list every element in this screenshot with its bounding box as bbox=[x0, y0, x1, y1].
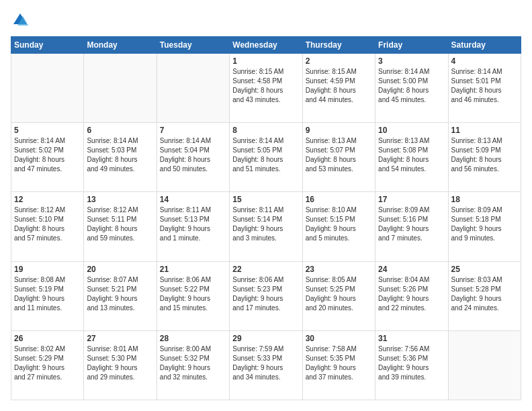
day-number: 30 bbox=[306, 334, 372, 343]
day-number: 15 bbox=[232, 195, 299, 204]
calendar-cell: 3Sunrise: 8:14 AM Sunset: 5:00 PM Daylig… bbox=[375, 54, 448, 123]
calendar-cell: 1Sunrise: 8:15 AM Sunset: 4:58 PM Daylig… bbox=[230, 54, 302, 123]
calendar-day-header: Wednesday bbox=[230, 37, 302, 54]
calendar-cell: 4Sunrise: 8:14 AM Sunset: 5:01 PM Daylig… bbox=[448, 54, 521, 123]
day-info: Sunrise: 8:10 AM Sunset: 5:15 PM Dayligh… bbox=[306, 205, 372, 243]
calendar-cell: 11Sunrise: 8:13 AM Sunset: 5:09 PM Dayli… bbox=[448, 123, 521, 192]
day-info: Sunrise: 8:13 AM Sunset: 5:08 PM Dayligh… bbox=[378, 136, 445, 174]
day-number: 18 bbox=[451, 195, 518, 204]
day-info: Sunrise: 8:07 AM Sunset: 5:21 PM Dayligh… bbox=[87, 275, 153, 313]
day-number: 9 bbox=[306, 126, 372, 135]
day-info: Sunrise: 8:14 AM Sunset: 5:05 PM Dayligh… bbox=[232, 136, 299, 174]
calendar-cell bbox=[84, 54, 157, 123]
day-number: 3 bbox=[378, 56, 445, 66]
logo bbox=[11, 11, 32, 30]
calendar-cell: 24Sunrise: 8:04 AM Sunset: 5:26 PM Dayli… bbox=[375, 261, 448, 330]
calendar-day-header: Saturday bbox=[448, 37, 521, 54]
day-number: 2 bbox=[306, 56, 372, 66]
day-info: Sunrise: 8:14 AM Sunset: 5:03 PM Dayligh… bbox=[87, 136, 153, 174]
calendar-day-header: Tuesday bbox=[157, 37, 229, 54]
calendar-cell: 28Sunrise: 8:00 AM Sunset: 5:32 PM Dayli… bbox=[157, 330, 229, 400]
calendar-cell: 6Sunrise: 8:14 AM Sunset: 5:03 PM Daylig… bbox=[84, 123, 157, 192]
day-info: Sunrise: 8:04 AM Sunset: 5:26 PM Dayligh… bbox=[378, 275, 445, 313]
calendar-cell bbox=[448, 330, 521, 400]
day-number: 26 bbox=[14, 334, 81, 343]
day-info: Sunrise: 8:00 AM Sunset: 5:32 PM Dayligh… bbox=[160, 345, 226, 382]
calendar-cell: 26Sunrise: 8:02 AM Sunset: 5:29 PM Dayli… bbox=[11, 330, 84, 400]
day-number: 14 bbox=[160, 195, 226, 204]
day-number: 10 bbox=[378, 126, 445, 135]
day-number: 11 bbox=[451, 126, 518, 135]
day-info: Sunrise: 8:14 AM Sunset: 5:02 PM Dayligh… bbox=[14, 136, 81, 174]
day-number: 6 bbox=[87, 126, 153, 135]
calendar-cell: 2Sunrise: 8:15 AM Sunset: 4:59 PM Daylig… bbox=[302, 54, 375, 123]
calendar-day-header: Sunday bbox=[11, 37, 84, 54]
calendar-day-header: Monday bbox=[84, 37, 157, 54]
day-info: Sunrise: 8:01 AM Sunset: 5:30 PM Dayligh… bbox=[87, 345, 153, 382]
day-number: 31 bbox=[378, 334, 445, 343]
calendar-header-row: SundayMondayTuesdayWednesdayThursdayFrid… bbox=[11, 37, 521, 54]
day-info: Sunrise: 8:12 AM Sunset: 5:10 PM Dayligh… bbox=[14, 205, 81, 243]
calendar-cell: 30Sunrise: 7:58 AM Sunset: 5:35 PM Dayli… bbox=[302, 330, 375, 400]
calendar-cell: 22Sunrise: 8:06 AM Sunset: 5:23 PM Dayli… bbox=[230, 261, 302, 330]
calendar-cell: 25Sunrise: 8:03 AM Sunset: 5:28 PM Dayli… bbox=[448, 261, 521, 330]
day-number: 7 bbox=[160, 126, 226, 135]
calendar-cell: 5Sunrise: 8:14 AM Sunset: 5:02 PM Daylig… bbox=[11, 123, 84, 192]
day-info: Sunrise: 8:03 AM Sunset: 5:28 PM Dayligh… bbox=[451, 275, 518, 313]
day-info: Sunrise: 8:13 AM Sunset: 5:09 PM Dayligh… bbox=[451, 136, 518, 174]
day-info: Sunrise: 8:09 AM Sunset: 5:16 PM Dayligh… bbox=[378, 205, 445, 243]
calendar-day-header: Thursday bbox=[302, 37, 375, 54]
calendar-cell: 19Sunrise: 8:08 AM Sunset: 5:19 PM Dayli… bbox=[11, 261, 84, 330]
calendar-week-row: 1Sunrise: 8:15 AM Sunset: 4:58 PM Daylig… bbox=[11, 54, 521, 123]
day-number: 13 bbox=[87, 195, 153, 204]
calendar-cell: 18Sunrise: 8:09 AM Sunset: 5:18 PM Dayli… bbox=[448, 192, 521, 261]
calendar-cell: 27Sunrise: 8:01 AM Sunset: 5:30 PM Dayli… bbox=[84, 330, 157, 400]
calendar-cell: 31Sunrise: 7:56 AM Sunset: 5:36 PM Dayli… bbox=[375, 330, 448, 400]
day-info: Sunrise: 8:06 AM Sunset: 5:22 PM Dayligh… bbox=[160, 275, 226, 313]
calendar-cell: 16Sunrise: 8:10 AM Sunset: 5:15 PM Dayli… bbox=[302, 192, 375, 261]
day-info: Sunrise: 8:13 AM Sunset: 5:07 PM Dayligh… bbox=[306, 136, 372, 174]
page: SundayMondayTuesdayWednesdayThursdayFrid… bbox=[0, 0, 532, 411]
day-info: Sunrise: 8:09 AM Sunset: 5:18 PM Dayligh… bbox=[451, 205, 518, 243]
day-info: Sunrise: 8:12 AM Sunset: 5:11 PM Dayligh… bbox=[87, 205, 153, 243]
day-number: 28 bbox=[160, 334, 226, 343]
day-info: Sunrise: 7:56 AM Sunset: 5:36 PM Dayligh… bbox=[378, 345, 445, 382]
day-number: 27 bbox=[87, 334, 153, 343]
day-info: Sunrise: 8:11 AM Sunset: 5:14 PM Dayligh… bbox=[232, 205, 299, 243]
day-number: 16 bbox=[306, 195, 372, 204]
day-info: Sunrise: 8:14 AM Sunset: 5:00 PM Dayligh… bbox=[378, 67, 445, 105]
day-info: Sunrise: 8:15 AM Sunset: 4:58 PM Dayligh… bbox=[232, 67, 299, 105]
calendar-week-row: 12Sunrise: 8:12 AM Sunset: 5:10 PM Dayli… bbox=[11, 192, 521, 261]
day-number: 22 bbox=[232, 265, 299, 274]
calendar-cell bbox=[11, 54, 84, 123]
calendar-week-row: 19Sunrise: 8:08 AM Sunset: 5:19 PM Dayli… bbox=[11, 261, 521, 330]
calendar-day-header: Friday bbox=[375, 37, 448, 54]
day-info: Sunrise: 7:59 AM Sunset: 5:33 PM Dayligh… bbox=[232, 345, 299, 382]
day-number: 20 bbox=[87, 265, 153, 274]
day-number: 5 bbox=[14, 126, 81, 135]
day-info: Sunrise: 8:15 AM Sunset: 4:59 PM Dayligh… bbox=[306, 67, 372, 105]
calendar-cell: 17Sunrise: 8:09 AM Sunset: 5:16 PM Dayli… bbox=[375, 192, 448, 261]
calendar-week-row: 26Sunrise: 8:02 AM Sunset: 5:29 PM Dayli… bbox=[11, 330, 521, 400]
calendar-cell: 15Sunrise: 8:11 AM Sunset: 5:14 PM Dayli… bbox=[230, 192, 302, 261]
day-info: Sunrise: 8:11 AM Sunset: 5:13 PM Dayligh… bbox=[160, 205, 226, 243]
calendar-cell: 10Sunrise: 8:13 AM Sunset: 5:08 PM Dayli… bbox=[375, 123, 448, 192]
day-number: 12 bbox=[14, 195, 81, 204]
calendar-cell: 29Sunrise: 7:59 AM Sunset: 5:33 PM Dayli… bbox=[230, 330, 302, 400]
day-number: 8 bbox=[232, 126, 299, 135]
day-number: 29 bbox=[232, 334, 299, 343]
calendar-cell: 9Sunrise: 8:13 AM Sunset: 5:07 PM Daylig… bbox=[302, 123, 375, 192]
day-number: 1 bbox=[232, 56, 299, 66]
calendar-week-row: 5Sunrise: 8:14 AM Sunset: 5:02 PM Daylig… bbox=[11, 123, 521, 192]
day-info: Sunrise: 8:08 AM Sunset: 5:19 PM Dayligh… bbox=[14, 275, 81, 313]
calendar-cell: 8Sunrise: 8:14 AM Sunset: 5:05 PM Daylig… bbox=[230, 123, 302, 192]
calendar-cell: 7Sunrise: 8:14 AM Sunset: 5:04 PM Daylig… bbox=[157, 123, 229, 192]
calendar-cell bbox=[157, 54, 229, 123]
calendar-cell: 23Sunrise: 8:05 AM Sunset: 5:25 PM Dayli… bbox=[302, 261, 375, 330]
header bbox=[11, 11, 521, 30]
day-number: 4 bbox=[451, 56, 518, 66]
day-info: Sunrise: 8:14 AM Sunset: 5:04 PM Dayligh… bbox=[160, 136, 226, 174]
day-info: Sunrise: 8:02 AM Sunset: 5:29 PM Dayligh… bbox=[14, 345, 81, 382]
day-info: Sunrise: 8:14 AM Sunset: 5:01 PM Dayligh… bbox=[451, 67, 518, 105]
day-info: Sunrise: 7:58 AM Sunset: 5:35 PM Dayligh… bbox=[306, 345, 372, 382]
